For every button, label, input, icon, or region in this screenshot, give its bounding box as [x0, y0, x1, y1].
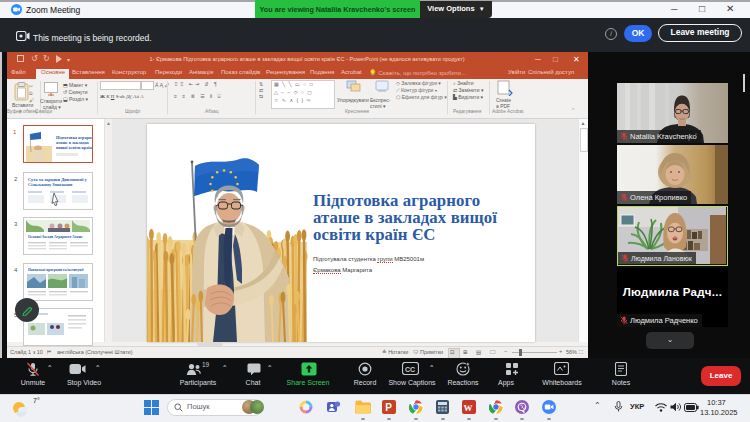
svg-text:Навчальні програми та інституц: Навчальні програми та інституції [28, 268, 84, 272]
svg-text:P: P [385, 402, 392, 413]
svg-text:W: W [464, 403, 473, 413]
svg-text:Основні Засади Аграрного Аташе: Основні Засади Аграрного Аташе [28, 235, 83, 239]
svg-text:CC: CC [405, 366, 415, 373]
svg-text:Сільському Змаганню: Сільському Змаганню [28, 182, 73, 187]
svg-text:вищої освіти країн ЄС: вищої освіти країн ЄС [56, 145, 93, 150]
